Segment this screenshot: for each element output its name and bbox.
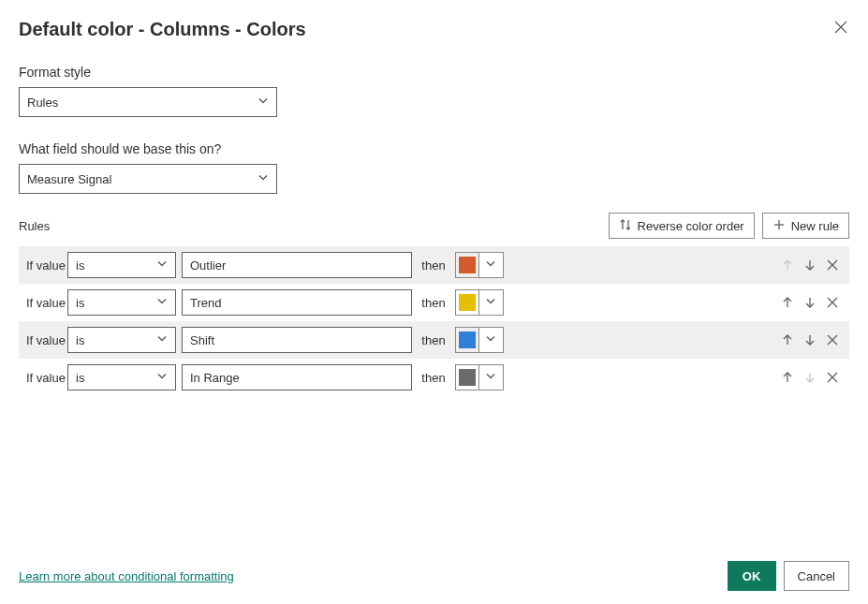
chevron-down-icon bbox=[257, 96, 269, 110]
value-input[interactable] bbox=[182, 364, 412, 390]
color-swatch bbox=[455, 364, 479, 390]
operator-select[interactable]: is bbox=[67, 364, 176, 390]
dialog-title: Default color - Columns - Colors bbox=[19, 19, 306, 40]
chevron-down-icon bbox=[485, 296, 496, 310]
move-down-icon[interactable] bbox=[802, 295, 817, 310]
chevron-down-icon bbox=[485, 371, 496, 385]
rule-row: If valueisthen bbox=[19, 359, 849, 396]
base-field-select[interactable]: Measure Signal bbox=[19, 164, 277, 194]
value-input[interactable] bbox=[182, 327, 412, 353]
format-style-label: Format style bbox=[19, 65, 849, 80]
move-up-icon[interactable] bbox=[780, 295, 795, 310]
base-field-label: What field should we base this on? bbox=[19, 141, 849, 156]
color-picker[interactable] bbox=[479, 364, 504, 390]
reverse-order-icon bbox=[619, 218, 632, 234]
if-value-label: If value bbox=[26, 333, 67, 347]
delete-icon[interactable] bbox=[825, 370, 840, 385]
then-label: then bbox=[412, 296, 455, 310]
operator-value: is bbox=[76, 258, 84, 273]
then-label: then bbox=[412, 258, 455, 273]
operator-select[interactable]: is bbox=[67, 252, 176, 278]
operator-value: is bbox=[76, 371, 84, 385]
cancel-button[interactable]: Cancel bbox=[784, 561, 849, 591]
then-label: then bbox=[412, 333, 455, 347]
move-up-icon bbox=[780, 258, 795, 273]
chevron-down-icon bbox=[257, 172, 269, 186]
operator-value: is bbox=[76, 296, 84, 310]
if-value-label: If value bbox=[26, 296, 67, 310]
color-picker[interactable] bbox=[479, 252, 504, 278]
value-input[interactable] bbox=[182, 252, 412, 278]
delete-icon[interactable] bbox=[825, 295, 840, 310]
chevron-down-icon bbox=[156, 296, 168, 310]
new-rule-button[interactable]: New rule bbox=[762, 213, 849, 239]
move-down-icon[interactable] bbox=[802, 332, 817, 347]
format-style-value: Rules bbox=[27, 96, 58, 110]
move-down-icon[interactable] bbox=[802, 258, 817, 273]
color-picker[interactable] bbox=[479, 289, 504, 316]
then-label: then bbox=[412, 371, 455, 385]
reverse-color-order-button[interactable]: Reverse color order bbox=[609, 213, 755, 239]
new-rule-label: New rule bbox=[791, 219, 839, 233]
chevron-down-icon bbox=[156, 258, 168, 273]
move-up-icon[interactable] bbox=[780, 332, 795, 347]
close-icon[interactable] bbox=[832, 19, 849, 36]
color-swatch bbox=[455, 252, 479, 278]
delete-icon[interactable] bbox=[825, 258, 840, 273]
format-style-select[interactable]: Rules bbox=[19, 87, 277, 117]
color-swatch bbox=[455, 289, 479, 316]
rule-row: If valueisthen bbox=[19, 246, 849, 284]
color-swatch bbox=[455, 327, 479, 353]
chevron-down-icon bbox=[156, 371, 168, 385]
operator-select[interactable]: is bbox=[67, 289, 176, 316]
delete-icon[interactable] bbox=[825, 332, 840, 347]
color-picker[interactable] bbox=[479, 327, 504, 353]
operator-select[interactable]: is bbox=[67, 327, 176, 353]
chevron-down-icon bbox=[485, 258, 496, 273]
move-down-icon bbox=[802, 370, 817, 385]
rules-label: Rules bbox=[19, 219, 50, 233]
rule-row: If valueisthen bbox=[19, 321, 849, 359]
reverse-color-order-label: Reverse color order bbox=[638, 219, 744, 233]
if-value-label: If value bbox=[26, 258, 67, 273]
move-up-icon[interactable] bbox=[780, 370, 795, 385]
learn-more-link[interactable]: Learn more about conditional formatting bbox=[19, 569, 234, 583]
operator-value: is bbox=[76, 333, 84, 347]
ok-button[interactable]: OK bbox=[728, 561, 776, 591]
chevron-down-icon bbox=[485, 333, 496, 347]
if-value-label: If value bbox=[26, 371, 67, 385]
value-input[interactable] bbox=[182, 289, 412, 316]
plus-icon bbox=[772, 218, 786, 234]
rule-row: If valueisthen bbox=[19, 284, 849, 321]
chevron-down-icon bbox=[156, 333, 168, 347]
base-field-value: Measure Signal bbox=[27, 172, 111, 186]
